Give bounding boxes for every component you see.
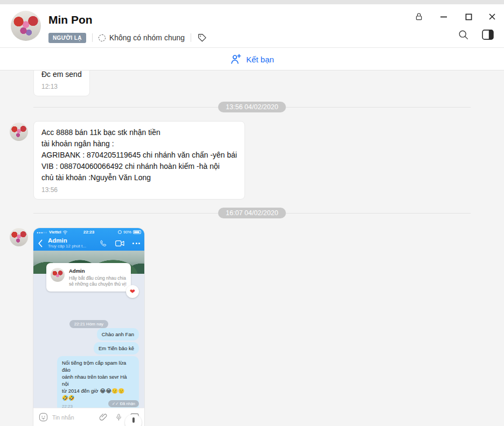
minimize-icon [440, 13, 447, 20]
lock-button[interactable] [414, 11, 424, 22]
call-icon [100, 239, 107, 247]
phone-date-pill: 22:21 Hôm nay [69, 320, 108, 328]
date-pill: 16:07 04/02/2020 [218, 208, 285, 218]
message-time: 12:13 [41, 83, 82, 90]
search-button[interactable] [457, 28, 470, 41]
message-text: Acc 8888 bán 11k bạc stk nhận tiền tài k… [41, 127, 237, 183]
phone-profile-info: Admin Hãy bắt đầu cùng nhau chia sẻ nhữn… [69, 268, 127, 287]
phone-chat-subtitle: Truy cập 12 phút t... [48, 244, 86, 249]
phone-profile-card: Admin Hãy bắt đầu cùng nhau chia sẻ nhữn… [46, 263, 131, 292]
minimize-button[interactable] [438, 11, 449, 22]
message-bubble-bank-info: Acc 8888 bán 11k bạc stk nhận tiền tài k… [33, 121, 245, 200]
common-groups-status: Không có nhóm chung [99, 33, 185, 42]
phone-message-bubble: Chào anh Fan [97, 328, 139, 340]
contact-meta-row: NGƯỜI LẠ Không có nhóm chung [48, 32, 207, 44]
phone-date-divider: 22:21 Hôm nay [33, 318, 144, 328]
divider [191, 33, 191, 42]
phone-nav-titles: Admin Truy cập 12 phút t... [48, 237, 86, 249]
add-friend-icon [230, 53, 242, 65]
close-button[interactable] [487, 11, 498, 22]
phone-profile-avatar [51, 268, 65, 282]
add-friend-button[interactable]: Kết bạn [0, 48, 504, 70]
lock-icon [415, 12, 423, 21]
add-friend-label: Kết bạn [246, 55, 274, 64]
stranger-badge: NGƯỜI LẠ [48, 33, 86, 43]
more-options-icon [132, 243, 140, 244]
sticker-icon [39, 413, 48, 422]
sidebar-toggle-icon [482, 30, 494, 40]
toggle-sidebar-button[interactable] [481, 28, 494, 41]
date-pill: 13:56 04/02/2020 [218, 102, 285, 112]
group-circle-icon [99, 34, 106, 41]
heart-reaction-icon: ❤ [126, 285, 139, 298]
chat-area[interactable]: Đc em send 12:13 13:56 04/02/2020 Acc 88… [0, 70, 504, 426]
phone-clock: 22:23 [33, 230, 144, 235]
date-divider: 13:56 04/02/2020 [33, 101, 471, 113]
window-titlebar[interactable] [0, 0, 504, 4]
divider [92, 33, 93, 42]
phone-message-bubble: Em Tiến bảo kê [94, 342, 139, 354]
maximize-icon [465, 13, 472, 20]
phone-nav-bar: Admin Truy cập 12 phút t... [33, 236, 144, 251]
close-icon [488, 13, 496, 20]
message-time: 13:56 [41, 186, 237, 194]
contact-name: Min Pon [48, 13, 93, 26]
sender-avatar[interactable] [10, 123, 28, 141]
phone-profile-desc: Hãy bắt đầu cùng nhau chia sẻ những câu … [69, 275, 127, 287]
phone-message-text: Nổi tiếng trộm cắp spam lừa đảo oánh nha… [62, 359, 134, 401]
zalo-chat-window: Min Pon NGƯỜI LẠ Không có nhóm chung [0, 0, 504, 426]
read-receipt-badge: ✓✓ Đã nhận [108, 400, 139, 407]
tag-button[interactable] [197, 33, 207, 43]
message-bubble-cut: Đc em send 12:13 [33, 70, 90, 96]
attachment-icon [99, 413, 107, 421]
message-text: Đc em send [41, 70, 82, 80]
conversation-header: Min Pon NGƯỜI LẠ Không có nhóm chung [0, 4, 504, 48]
date-divider: 16:07 04/02/2020 [33, 207, 471, 219]
video-call-icon [115, 240, 124, 247]
battery-icon [133, 230, 141, 234]
phone-chat-title: Admin [48, 237, 86, 244]
common-groups-label: Không có nhóm chung [109, 33, 185, 42]
tag-icon [197, 33, 207, 43]
sender-avatar[interactable] [10, 228, 28, 246]
phone-status-bar: ●●●○○ Viettel 22:23 90% [33, 229, 144, 236]
back-chevron-icon [38, 239, 43, 247]
phone-input-placeholder: Tin nhắn [52, 414, 74, 421]
maximize-button[interactable] [463, 11, 474, 22]
microphone-icon [115, 413, 122, 422]
heart-glyph: ❤ [130, 288, 135, 295]
phone-profile-name: Admin [69, 268, 127, 274]
search-icon [458, 29, 469, 40]
phone-chat-header: ●●●○○ Viettel 22:23 90% Admin Truy cập 1… [33, 228, 144, 251]
phone-nav-icons [100, 239, 140, 247]
contact-avatar[interactable] [11, 11, 41, 41]
image-message-phone-screenshot[interactable]: ●●●○○ Viettel 22:23 90% Admin Truy cập 1… [33, 228, 144, 426]
